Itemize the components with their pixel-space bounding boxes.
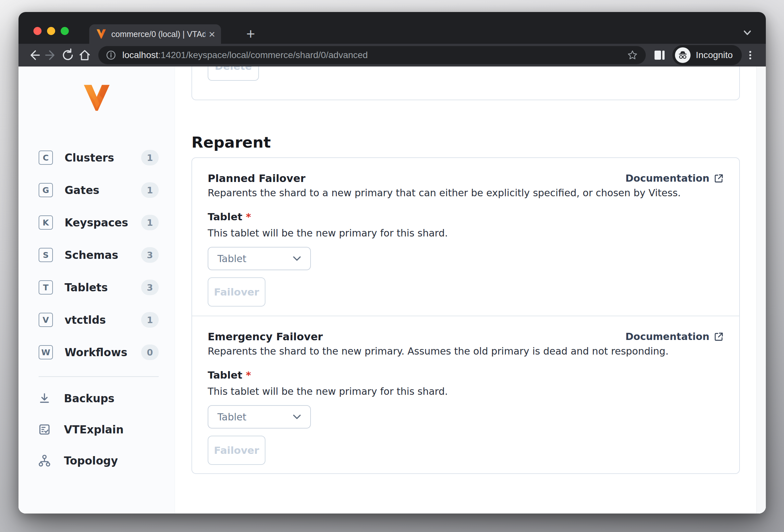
documentation-label: Documentation <box>625 330 709 343</box>
sidebar-item-vtexplain[interactable]: VTExplain <box>19 414 175 445</box>
keyspaces-icon: K <box>38 215 53 230</box>
sidebar-item-label: Tablets <box>64 281 141 294</box>
zoom-window-button[interactable] <box>61 27 69 35</box>
required-asterisk: * <box>246 211 251 223</box>
sidebar-item-vtctlds[interactable]: V vtctlds 1 <box>19 304 175 336</box>
bookmark-star-icon[interactable] <box>627 50 638 61</box>
tab-search-chevron-icon[interactable] <box>742 29 753 38</box>
sidebar-item-topology[interactable]: Topology <box>19 445 175 476</box>
clusters-icon: C <box>38 150 53 165</box>
page-info-icon[interactable] <box>106 50 116 60</box>
close-window-button[interactable] <box>33 27 41 35</box>
tab-strip: commerce/0 (local) | VTAdmin × + <box>19 12 766 44</box>
delete-shard-card: Delete <box>192 66 740 100</box>
forward-button[interactable] <box>43 47 59 64</box>
incognito-badge: Incognito <box>672 45 742 65</box>
tablet-select[interactable]: Tablet <box>208 405 311 428</box>
page-title: Reparent <box>192 133 271 151</box>
tablet-field-help: This tablet will be the new primary for … <box>208 227 724 239</box>
home-button[interactable] <box>76 47 93 64</box>
tablet-field-label: Tablet * <box>208 210 724 223</box>
gates-icon: G <box>38 183 53 197</box>
vtadmin-app: C Clusters 1 G Gates 1 K Keyspaces 1 S S… <box>19 66 766 513</box>
topology-icon <box>37 453 52 468</box>
main-content: Delete Reparent Planned Failover Documen… <box>175 66 766 513</box>
sidebar-item-label: Topology <box>64 454 118 467</box>
side-panel-icon[interactable] <box>651 47 668 64</box>
sidebar-nav: C Clusters 1 G Gates 1 K Keyspaces 1 S S… <box>19 142 175 368</box>
address-bar[interactable]: localhost:14201/keyspace/local/commerce/… <box>98 46 646 64</box>
sidebar-item-gates[interactable]: G Gates 1 <box>19 174 175 206</box>
tablet-select-value: Tablet <box>217 411 246 423</box>
chevron-down-icon <box>293 414 301 419</box>
reload-button[interactable] <box>59 47 76 64</box>
browser-menu-icon[interactable] <box>742 47 759 64</box>
sidebar-item-label: Backups <box>64 392 115 405</box>
count-badge: 1 <box>141 182 159 198</box>
count-badge: 1 <box>141 215 159 230</box>
url-text: localhost:14201/keyspace/local/commerce/… <box>122 50 627 60</box>
emergency-failover-section: Emergency Failover Documentation Reparen… <box>192 316 739 474</box>
count-badge: 1 <box>141 150 159 166</box>
workflows-icon: W <box>38 345 53 359</box>
vitess-favicon <box>96 29 106 39</box>
count-badge: 3 <box>141 247 159 263</box>
browser-tab[interactable]: commerce/0 (local) | VTAdmin × <box>89 24 221 44</box>
url-path: :14201/keyspace/local/commerce/shard/0/a… <box>158 50 368 60</box>
vtexplain-icon <box>37 422 52 437</box>
vtctlds-icon: V <box>38 313 53 327</box>
sidebar-item-backups[interactable]: Backups <box>19 383 175 414</box>
emergency-failover-button[interactable]: Failover <box>208 436 265 465</box>
sidebar-item-workflows[interactable]: W Workflows 0 <box>19 336 175 368</box>
section-description: Reparents the shard to a new primary tha… <box>208 187 724 199</box>
sidebar-item-label: Gates <box>64 184 141 197</box>
sidebar-item-label: Clusters <box>64 151 141 164</box>
count-badge: 1 <box>141 312 159 328</box>
documentation-link[interactable]: Documentation <box>625 330 724 343</box>
required-asterisk: * <box>246 369 251 381</box>
traffic-lights <box>33 27 69 35</box>
sidebar: C Clusters 1 G Gates 1 K Keyspaces 1 S S… <box>19 66 175 513</box>
chevron-down-icon <box>293 256 301 261</box>
planned-failover-button[interactable]: Failover <box>208 277 265 306</box>
browser-window: commerce/0 (local) | VTAdmin × + <box>19 12 766 513</box>
sidebar-item-label: vtctlds <box>64 314 141 326</box>
vitess-logo <box>82 84 111 112</box>
sidebar-item-schemas[interactable]: S Schemas 3 <box>19 239 175 271</box>
count-badge: 0 <box>141 345 159 360</box>
sidebar-item-keyspaces[interactable]: K Keyspaces 1 <box>19 206 175 239</box>
incognito-label: Incognito <box>696 50 733 60</box>
sidebar-item-tablets[interactable]: T Tablets 3 <box>19 271 175 304</box>
count-badge: 3 <box>141 279 159 295</box>
sidebar-item-label: Workflows <box>64 346 141 359</box>
tab-close-icon[interactable]: × <box>209 29 215 39</box>
section-title: Emergency Failover <box>208 330 323 343</box>
section-description: Reparents the shard to the new primary. … <box>208 346 724 357</box>
tablet-select-value: Tablet <box>217 253 246 264</box>
delete-button[interactable]: Delete <box>208 66 259 81</box>
section-title: Planned Failover <box>208 172 305 184</box>
external-link-icon <box>714 174 724 183</box>
scrollbar[interactable] <box>756 66 766 513</box>
browser-toolbar: localhost:14201/keyspace/local/commerce/… <box>19 44 766 66</box>
documentation-label: Documentation <box>625 172 709 184</box>
sidebar-divider <box>38 376 159 377</box>
sidebar-item-clusters[interactable]: C Clusters 1 <box>19 142 175 174</box>
tablets-icon: T <box>38 280 53 295</box>
backups-icon <box>37 391 52 406</box>
tablet-field-label: Tablet * <box>208 369 724 381</box>
new-tab-button[interactable]: + <box>246 26 255 42</box>
tab-title: commerce/0 (local) | VTAdmin <box>111 30 205 39</box>
sidebar-tools: Backups VTExplain <box>19 383 175 476</box>
sidebar-item-label: Keyspaces <box>64 216 141 229</box>
incognito-spy-icon <box>675 47 691 63</box>
tablet-select[interactable]: Tablet <box>208 247 311 270</box>
sidebar-item-label: Schemas <box>64 249 141 262</box>
url-host: localhost <box>122 50 158 60</box>
minimize-window-button[interactable] <box>47 27 55 35</box>
external-link-icon <box>714 332 724 342</box>
documentation-link[interactable]: Documentation <box>625 172 724 184</box>
back-button[interactable] <box>26 47 43 64</box>
tablet-field-help: This tablet will be the new primary for … <box>208 386 724 397</box>
schemas-icon: S <box>38 248 53 262</box>
